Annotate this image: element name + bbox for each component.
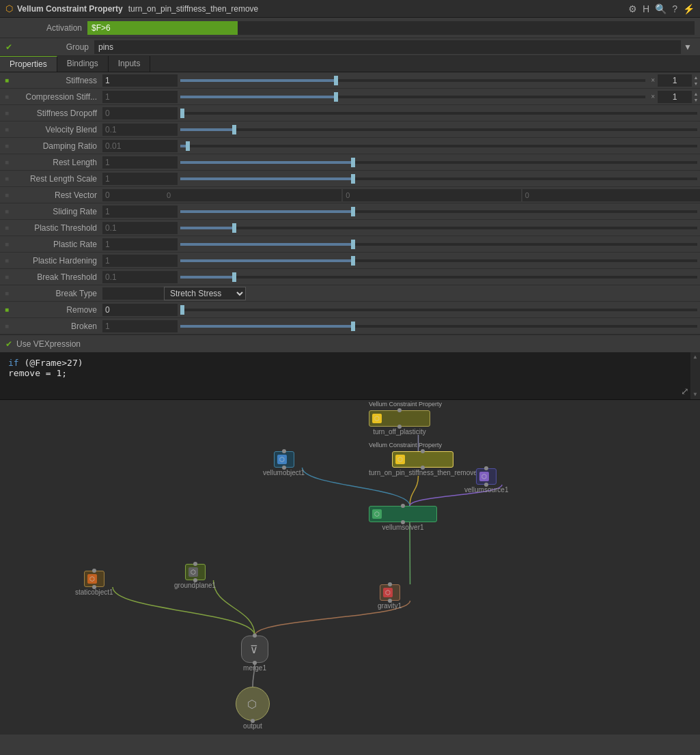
prop-checkbox-14[interactable]: ■ xyxy=(0,306,14,313)
port-bottom-vellumobject1[interactable] xyxy=(282,466,286,470)
vex-checkbox[interactable]: ✔ xyxy=(5,339,12,349)
spinner-up-1[interactable]: ▲ xyxy=(692,91,700,97)
prop-input-6[interactable] xyxy=(102,173,178,185)
prop-x-btn-0[interactable]: × xyxy=(648,76,658,84)
prop-checkbox-6[interactable]: ■ xyxy=(0,175,14,182)
prop-slider-12[interactable] xyxy=(180,276,697,279)
spinner-down-1[interactable]: ▼ xyxy=(692,97,700,103)
prop-input-12[interactable] xyxy=(102,271,178,283)
prop-slider-10[interactable] xyxy=(180,243,697,246)
node-vellumobject1[interactable]: ⬡vellumobject1 xyxy=(263,451,305,476)
prop-multi-input-7-2[interactable] xyxy=(522,189,700,201)
node-box-vellumobject1[interactable]: ⬡ xyxy=(274,451,294,468)
node-box-staticobject1[interactable]: ⬡ xyxy=(84,571,104,587)
prop-multi-input-7-1[interactable] xyxy=(343,189,520,201)
node-box-merge1[interactable]: ⊽ xyxy=(241,636,268,663)
port-bottom-gravity1[interactable] xyxy=(388,599,392,603)
code-scrollbar[interactable]: ▲ ▼ xyxy=(690,352,700,399)
port-bottom-output[interactable] xyxy=(251,719,255,723)
prop-slider-11[interactable] xyxy=(180,259,697,262)
prop-checkbox-3[interactable]: ■ xyxy=(0,126,14,133)
help-icon[interactable]: H xyxy=(643,3,649,14)
port-bottom-vcp1[interactable] xyxy=(397,425,402,429)
spinner-up-0[interactable]: ▲ xyxy=(692,74,700,81)
prop-input-0[interactable] xyxy=(102,74,178,87)
port-bottom-groundplane1[interactable] xyxy=(193,578,197,582)
prop-checkbox-11[interactable]: ■ xyxy=(0,257,14,264)
lightning-icon[interactable]: ⚡ xyxy=(683,3,695,14)
prop-checkbox-12[interactable]: ■ xyxy=(0,273,14,281)
port-bottom-vellumsolver1[interactable] xyxy=(401,520,405,524)
activation-expression[interactable]: $F>6 xyxy=(87,21,238,35)
node-groundplane1[interactable]: ⬡groundplane1 xyxy=(174,564,216,589)
group-dropdown-icon[interactable]: ▼ xyxy=(681,42,695,52)
prop-checkbox-1[interactable]: ■ xyxy=(0,93,14,100)
port-bottom-staticobject1[interactable] xyxy=(92,585,96,589)
prop-input-15[interactable] xyxy=(102,320,178,332)
prop-input-2[interactable] xyxy=(102,107,178,119)
prop-slider-4[interactable] xyxy=(180,145,697,147)
expand-icon[interactable]: ⤢ xyxy=(681,386,689,397)
port-top-vcp2[interactable] xyxy=(421,449,425,453)
prop-checkbox-4[interactable]: ■ xyxy=(0,142,14,149)
prop-slider-6[interactable] xyxy=(180,177,697,180)
node-box-gravity1[interactable]: ⬡ xyxy=(380,584,400,601)
prop-x-btn-1[interactable]: × xyxy=(648,93,658,100)
prop-input-1[interactable] xyxy=(102,91,178,103)
prop-checkbox-8[interactable]: ■ xyxy=(0,208,14,215)
port-top-vellumsource1[interactable] xyxy=(484,466,488,470)
info-icon[interactable]: ? xyxy=(672,3,677,14)
prop-checkbox-15[interactable]: ■ xyxy=(0,322,14,330)
prop-checkbox-10[interactable]: ■ xyxy=(0,240,14,248)
group-checkbox[interactable]: ✔ xyxy=(5,42,12,52)
prop-checkbox-9[interactable]: ■ xyxy=(0,224,14,231)
port-top-groundplane1[interactable] xyxy=(193,562,197,566)
prop-slider-3[interactable] xyxy=(180,128,697,131)
node-vcp2[interactable]: Vellum Constraint Property⬡turn_on_pin_s… xyxy=(369,451,477,476)
prop-slider-15[interactable] xyxy=(180,325,697,328)
prop-checkbox-7[interactable]: ■ xyxy=(0,191,14,199)
port-top-vcp1[interactable] xyxy=(397,408,402,412)
node-merge1[interactable]: ⊽merge1 xyxy=(241,636,268,672)
prop-input-7[interactable] xyxy=(102,189,164,201)
port-top-vellumobject1[interactable] xyxy=(282,449,286,453)
node-vellumsolver1[interactable]: ⬡vellumsolver1 xyxy=(369,506,437,531)
prop-dropdown-13[interactable]: Stretch Stress xyxy=(164,287,246,300)
node-box-vcp2[interactable]: ⬡ xyxy=(392,451,453,468)
node-gravity1[interactable]: ⬡gravity1 xyxy=(378,584,402,610)
prop-input-8[interactable] xyxy=(102,205,178,218)
node-box-vellumsolver1[interactable]: ⬡ xyxy=(369,506,437,522)
tab-bindings[interactable]: Bindings xyxy=(57,56,109,72)
prop-slider-9[interactable] xyxy=(180,227,697,229)
prop-slider-2[interactable] xyxy=(180,112,697,115)
search-icon[interactable]: 🔍 xyxy=(655,3,667,14)
prop-spinner-1[interactable]: ▲▼ xyxy=(692,91,700,103)
node-vellumsource1[interactable]: ⬡vellumsource1 xyxy=(464,468,508,494)
port-bottom-vellumsource1[interactable] xyxy=(484,483,488,487)
tab-properties[interactable]: Properties xyxy=(0,56,57,72)
prop-spinner-0[interactable]: ▲▼ xyxy=(692,74,700,87)
node-box-vellumsource1[interactable]: ⬡ xyxy=(476,468,496,485)
port-top-gravity1[interactable] xyxy=(388,582,392,586)
port-top-vellumsolver1[interactable] xyxy=(401,504,405,508)
port-top-merge1[interactable] xyxy=(253,633,257,638)
activation-slider[interactable] xyxy=(238,21,695,35)
prop-checkbox-5[interactable]: ■ xyxy=(0,158,14,166)
node-box-vcp1[interactable]: ⬡ xyxy=(369,410,430,427)
prop-input-11[interactable] xyxy=(102,255,178,267)
spinner-down-0[interactable]: ▼ xyxy=(692,81,700,87)
scroll-up-btn[interactable]: ▲ xyxy=(690,352,700,362)
prop-slider-14[interactable] xyxy=(180,309,697,311)
node-output[interactable]: ⬡output xyxy=(236,687,270,730)
prop-checkbox-0[interactable]: ■ xyxy=(0,76,14,84)
scroll-down-btn[interactable]: ▼ xyxy=(690,390,700,399)
node-box-output[interactable]: ⬡ xyxy=(236,687,270,721)
node-graph[interactable]: Vellum Constraint Property⬡turn_off_plas… xyxy=(0,400,700,735)
prop-input-5[interactable] xyxy=(102,156,178,169)
prop-slider-8[interactable] xyxy=(180,210,697,213)
code-editor[interactable]: if (@Frame>27) remove = 1; ▲ ▼ ⤢ xyxy=(0,352,700,400)
port-top-staticobject1[interactable] xyxy=(92,569,96,573)
prop-input-4[interactable] xyxy=(102,140,178,152)
node-vcp1[interactable]: Vellum Constraint Property⬡turn_off_plas… xyxy=(369,410,430,436)
tab-inputs[interactable]: Inputs xyxy=(109,56,151,72)
